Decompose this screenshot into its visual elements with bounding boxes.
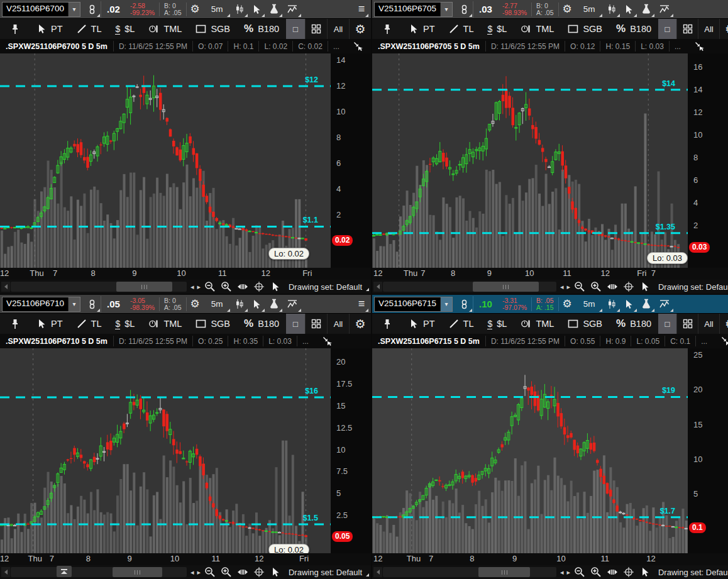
scrollbar-handle[interactable]	[473, 282, 539, 292]
cursor-mode-icon[interactable]	[268, 566, 284, 578]
chart-style-icon[interactable]	[231, 1, 248, 18]
crosshair-icon[interactable]	[251, 566, 267, 578]
scrollbar-track[interactable]	[383, 567, 556, 577]
cursor-mode-icon[interactable]	[268, 280, 284, 293]
cursor-mode-icon[interactable]	[637, 280, 653, 293]
time-axis[interactable]: 12Thu789101112Fri	[0, 268, 371, 280]
crosshair-icon[interactable]	[251, 280, 267, 293]
sgb-tool-button[interactable]: SGB	[189, 19, 237, 39]
price-chart[interactable]: $19$1.7	[372, 348, 688, 553]
percent-b180-button[interactable]: % B180	[609, 314, 658, 334]
crosshair-icon[interactable]	[621, 566, 637, 578]
chart-style-icon[interactable]	[603, 296, 620, 312]
cursor-tool-icon[interactable]	[620, 1, 637, 18]
grid-layout-button[interactable]	[676, 19, 698, 39]
link-channel-icon[interactable]	[84, 296, 101, 312]
timeframe-button[interactable]: 5m	[576, 296, 603, 312]
all-panels-button[interactable]: All	[327, 19, 349, 39]
symbol-dropdown-button[interactable]: ▾	[68, 3, 80, 16]
collapse-chart-icon[interactable]	[322, 336, 333, 346]
zoom-out-icon[interactable]	[202, 280, 218, 293]
step-right-icon[interactable]: ▸	[565, 568, 571, 576]
grid-layout-button[interactable]	[305, 314, 327, 334]
step-left-icon[interactable]: ◂	[189, 568, 196, 576]
menu-list-icon[interactable]: ≡	[354, 296, 369, 312]
sgb-tool-button[interactable]: SGB	[189, 314, 237, 334]
price-axis[interactable]: 0.1 252015105	[688, 348, 728, 553]
zoom-out-icon[interactable]	[572, 280, 588, 293]
step-left-icon[interactable]: ◂	[189, 283, 196, 291]
zoom-out-icon[interactable]	[202, 566, 218, 578]
studies-flask-icon[interactable]	[265, 296, 283, 312]
pin-toolbar-button[interactable]	[0, 314, 30, 334]
single-chart-layout-button[interactable]: □	[286, 19, 305, 39]
drawing-set-selector[interactable]: Drawing set: Default	[284, 568, 370, 577]
scroll-left-button[interactable]	[373, 567, 382, 577]
single-chart-layout-button[interactable]: □	[658, 19, 676, 39]
zoom-in-icon[interactable]	[588, 280, 604, 293]
sgb-tool-button[interactable]: SGB	[561, 314, 609, 334]
pin-toolbar-button[interactable]	[372, 314, 402, 334]
drawing-set-selector[interactable]: Drawing set: Default	[654, 282, 728, 292]
symbol-input[interactable]: V251106P6710 ▾	[2, 297, 80, 312]
pointer-tool-button[interactable]: PT	[402, 314, 442, 334]
price-axis[interactable]: 0.05 2017.51512.5107.552.5	[331, 348, 371, 553]
cursor-mode-icon[interactable]	[637, 566, 653, 578]
pan-horizontal-icon[interactable]	[235, 280, 251, 293]
price-axis[interactable]: 0.03 161412108642	[688, 53, 728, 268]
zoom-out-icon[interactable]	[572, 566, 588, 578]
symbol-dropdown-button[interactable]: ▾	[440, 3, 452, 16]
menu-list-icon[interactable]: ≡	[354, 1, 369, 18]
collapse-chart-icon[interactable]	[694, 41, 705, 52]
studies-flask-icon[interactable]	[637, 1, 655, 18]
all-panels-button[interactable]: All	[698, 314, 719, 334]
scroll-left-button[interactable]	[373, 282, 382, 292]
drawing-set-selector[interactable]: Drawing set: Default	[654, 568, 728, 577]
symbol-input[interactable]: V251106P6705 ▾	[374, 2, 453, 17]
compare-chart-icon[interactable]	[655, 1, 674, 18]
compare-chart-icon[interactable]	[655, 296, 674, 312]
pointer-tool-button[interactable]: PT	[402, 19, 442, 39]
pin-toolbar-button[interactable]	[372, 19, 402, 39]
symbol-dropdown-button[interactable]: ▾	[440, 297, 452, 311]
link-channel-icon[interactable]	[456, 1, 473, 18]
zoom-in-icon[interactable]	[219, 280, 234, 293]
price-chart[interactable]: $12$1.1 Lo: 0.02	[0, 53, 331, 268]
scrollbar-handle[interactable]	[113, 567, 162, 577]
dollar-level-tool-button[interactable]: $ $L	[480, 314, 514, 334]
compare-chart-icon[interactable]	[283, 1, 302, 18]
scrollbar-track[interactable]	[383, 282, 556, 292]
scrollbar-handle[interactable]	[478, 567, 531, 577]
settings-gear-icon[interactable]: ⚙	[559, 296, 576, 312]
chart-style-icon[interactable]	[603, 1, 620, 18]
pan-horizontal-icon[interactable]	[235, 566, 251, 578]
symbol-dropdown-button[interactable]: ▾	[68, 297, 80, 311]
toolbar-gear-button[interactable]: ⚙	[349, 314, 371, 334]
timeframe-button[interactable]: 5m	[204, 296, 231, 312]
collapse-chart-icon[interactable]	[353, 41, 363, 52]
single-chart-layout-button[interactable]: □	[286, 314, 305, 334]
price-chart[interactable]: $16$1.5 Lo: 0.02	[0, 348, 331, 553]
step-right-icon[interactable]: ▸	[565, 283, 571, 291]
compare-chart-icon[interactable]	[283, 296, 302, 312]
percent-b180-button[interactable]: % B180	[237, 19, 286, 39]
toolbar-gear-button[interactable]: ⚙	[719, 19, 728, 39]
settings-gear-icon[interactable]: ⚙	[187, 1, 204, 18]
collapse-chart-icon[interactable]	[720, 336, 728, 346]
all-panels-button[interactable]: All	[698, 19, 719, 39]
time-axis[interactable]: 12Thu789101112Fri7	[372, 268, 728, 280]
timeframe-button[interactable]: 5m	[204, 1, 231, 18]
settings-gear-icon[interactable]: ⚙	[559, 1, 576, 18]
scrollbar-track[interactable]	[11, 567, 187, 577]
expand-history-button[interactable]	[57, 566, 72, 577]
chart-style-icon[interactable]	[231, 296, 248, 312]
cursor-tool-icon[interactable]	[620, 296, 637, 312]
dollar-level-tool-button[interactable]: $ $L	[108, 314, 141, 334]
time-level-tool-button[interactable]: TML	[141, 314, 189, 334]
menu-list-icon[interactable]: ≡	[724, 1, 728, 18]
trendline-tool-button[interactable]: TL	[70, 314, 109, 334]
percent-b180-button[interactable]: % B180	[609, 19, 658, 39]
drawing-set-selector[interactable]: Drawing set: Default	[284, 282, 370, 292]
symbol-input[interactable]: V251106P6700 ▾	[2, 2, 80, 17]
time-level-tool-button[interactable]: TML	[141, 19, 189, 39]
